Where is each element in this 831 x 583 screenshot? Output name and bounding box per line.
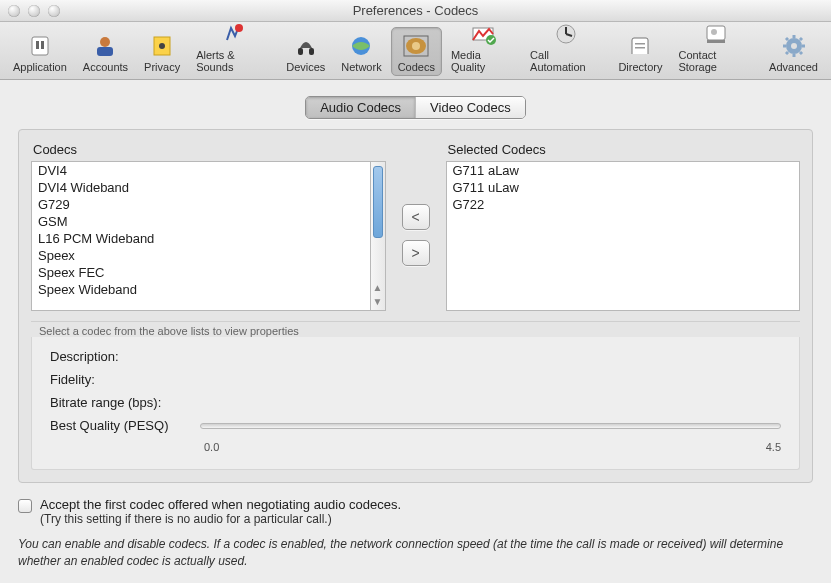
accounts-icon bbox=[89, 32, 121, 60]
window-controls bbox=[8, 5, 60, 17]
bitrate-label: Bitrate range (bps): bbox=[50, 395, 200, 410]
svg-rect-4 bbox=[97, 47, 113, 56]
alerts-sounds-icon bbox=[217, 20, 249, 48]
svg-rect-1 bbox=[36, 41, 39, 49]
list-item[interactable]: G711 aLaw bbox=[447, 162, 800, 179]
minimize-icon[interactable] bbox=[28, 5, 40, 17]
accept-first-codec-checkbox[interactable] bbox=[18, 499, 32, 513]
fidelity-label: Fidelity: bbox=[50, 372, 200, 387]
selected-codecs-list[interactable]: G711 aLawG711 uLawG722 bbox=[446, 161, 801, 311]
toolbar-item-label: Codecs bbox=[398, 61, 435, 73]
quality-label: Best Quality (PESQ) bbox=[50, 418, 200, 433]
toolbar-item-label: Call Automation bbox=[530, 49, 602, 73]
application-icon bbox=[24, 32, 56, 60]
toolbar-item-label: Alerts & Sounds bbox=[196, 49, 270, 73]
toolbar-item-devices[interactable]: Devices bbox=[279, 27, 332, 76]
close-icon[interactable] bbox=[8, 5, 20, 17]
accept-first-codec-hint: (Try this setting if there is no audio f… bbox=[40, 512, 401, 526]
svg-line-30 bbox=[800, 38, 802, 40]
contact-storage-icon bbox=[700, 20, 732, 48]
available-codecs-header: Codecs bbox=[33, 142, 386, 157]
directory-icon bbox=[624, 32, 656, 60]
toolbar-item-directory[interactable]: Directory bbox=[611, 27, 669, 76]
toolbar-item-label: Contact Storage bbox=[678, 49, 753, 73]
toolbar-item-label: Application bbox=[13, 61, 67, 73]
toolbar-item-application[interactable]: Application bbox=[6, 27, 74, 76]
tab-video-codecs[interactable]: Video Codecs bbox=[416, 97, 525, 118]
svg-rect-17 bbox=[635, 43, 645, 45]
advanced-icon bbox=[778, 32, 810, 60]
toolbar-item-alerts-sounds[interactable]: Alerts & Sounds bbox=[189, 15, 277, 76]
toolbar-item-label: Privacy bbox=[144, 61, 180, 73]
network-icon bbox=[345, 32, 377, 60]
toolbar-item-call-automation[interactable]: Call Automation bbox=[523, 15, 609, 76]
toolbar-item-media-quality[interactable]: Media Quality bbox=[444, 15, 521, 76]
list-item[interactable]: Speex bbox=[32, 247, 370, 264]
list-item[interactable]: G711 uLaw bbox=[447, 179, 800, 196]
titlebar: Preferences - Codecs bbox=[0, 0, 831, 22]
svg-rect-8 bbox=[298, 48, 303, 55]
toolbar-item-label: Advanced bbox=[769, 61, 818, 73]
list-item[interactable]: L16 PCM Wideband bbox=[32, 230, 370, 247]
toolbar-item-network[interactable]: Network bbox=[334, 27, 388, 76]
move-left-button[interactable]: < bbox=[402, 204, 430, 230]
window-title: Preferences - Codecs bbox=[0, 3, 831, 18]
accept-first-codec-label: Accept the first codec offered when nego… bbox=[40, 497, 401, 512]
svg-line-31 bbox=[786, 52, 788, 54]
toolbar-item-label: Media Quality bbox=[451, 49, 514, 73]
svg-rect-9 bbox=[309, 48, 314, 55]
codecs-note: You can enable and disable codecs. If a … bbox=[18, 536, 813, 570]
svg-rect-2 bbox=[41, 41, 44, 49]
quality-slider[interactable] bbox=[200, 423, 781, 429]
tab-audio-codecs[interactable]: Audio Codecs bbox=[306, 97, 416, 118]
svg-rect-0 bbox=[32, 37, 48, 55]
properties-hint: Select a codec from the above lists to v… bbox=[31, 321, 800, 337]
toolbar-item-privacy[interactable]: Privacy bbox=[137, 27, 187, 76]
move-right-button[interactable]: > bbox=[402, 240, 430, 266]
list-item[interactable]: Speex Wideband bbox=[32, 281, 370, 298]
available-codecs-list[interactable]: DVI4DVI4 WidebandG729GSML16 PCM Wideband… bbox=[31, 161, 371, 311]
toolbar-item-label: Accounts bbox=[83, 61, 128, 73]
svg-line-29 bbox=[800, 52, 802, 54]
selected-codecs-header: Selected Codecs bbox=[448, 142, 801, 157]
svg-point-20 bbox=[711, 29, 717, 35]
codecs-panel: Codecs DVI4DVI4 WidebandG729GSML16 PCM W… bbox=[18, 129, 813, 483]
accept-first-codec-row: Accept the first codec offered when nego… bbox=[18, 497, 813, 526]
toolbar: ApplicationAccountsPrivacyAlerts & Sound… bbox=[0, 22, 831, 80]
list-item[interactable]: DVI4 bbox=[32, 162, 370, 179]
available-list-scrollbar[interactable]: ▲ ▼ bbox=[371, 161, 386, 311]
codec-properties: Description: Fidelity: Bitrate range (bp… bbox=[31, 337, 800, 470]
devices-icon bbox=[290, 32, 322, 60]
toolbar-item-contact-storage[interactable]: Contact Storage bbox=[671, 15, 760, 76]
svg-rect-21 bbox=[707, 40, 725, 43]
quality-max: 4.5 bbox=[766, 441, 781, 453]
scrollbar-thumb[interactable] bbox=[373, 166, 383, 238]
toolbar-item-label: Network bbox=[341, 61, 381, 73]
toolbar-item-codecs[interactable]: Codecs bbox=[391, 27, 442, 76]
quality-min: 0.0 bbox=[204, 441, 219, 453]
media-quality-icon bbox=[467, 20, 499, 48]
codecs-icon bbox=[400, 32, 432, 60]
codec-type-tabs: Audio CodecsVideo Codecs bbox=[305, 96, 526, 119]
list-item[interactable]: GSM bbox=[32, 213, 370, 230]
list-item[interactable]: Speex FEC bbox=[32, 264, 370, 281]
toolbar-item-label: Devices bbox=[286, 61, 325, 73]
svg-rect-18 bbox=[635, 47, 645, 49]
toolbar-item-label: Directory bbox=[618, 61, 662, 73]
transfer-buttons: < > bbox=[394, 160, 438, 310]
svg-point-3 bbox=[100, 37, 110, 47]
description-label: Description: bbox=[50, 349, 200, 364]
privacy-icon bbox=[146, 32, 178, 60]
svg-point-23 bbox=[791, 43, 797, 49]
toolbar-item-advanced[interactable]: Advanced bbox=[762, 27, 825, 76]
list-item[interactable]: G722 bbox=[447, 196, 800, 213]
zoom-icon[interactable] bbox=[48, 5, 60, 17]
svg-point-7 bbox=[235, 24, 243, 32]
toolbar-item-accounts[interactable]: Accounts bbox=[76, 27, 135, 76]
svg-point-6 bbox=[159, 43, 165, 49]
list-item[interactable]: DVI4 Wideband bbox=[32, 179, 370, 196]
call-automation-icon bbox=[550, 20, 582, 48]
scroll-down-icon[interactable]: ▼ bbox=[371, 296, 385, 310]
list-item[interactable]: G729 bbox=[32, 196, 370, 213]
scroll-up-icon[interactable]: ▲ bbox=[371, 282, 385, 296]
